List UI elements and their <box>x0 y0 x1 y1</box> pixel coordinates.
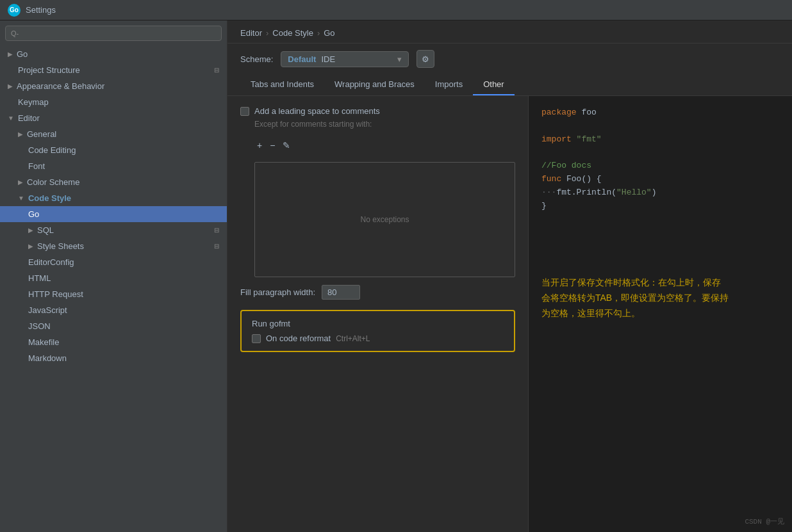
breadcrumb: Editor › Code Style › Go <box>227 20 792 44</box>
code-token: ··· <box>541 188 556 197</box>
sidebar-item-color-scheme[interactable]: ▶Color Scheme <box>0 174 227 190</box>
scheme-dropdown[interactable]: Default IDE ▾ <box>281 51 409 67</box>
sidebar-label-html: HTML <box>28 273 51 283</box>
title-bar: Go Settings <box>0 0 792 20</box>
breadcrumb-sep-2: › <box>317 28 320 38</box>
sidebar-label-code-style: Code Style <box>28 193 71 203</box>
tab-content: Add a leading space to comments Except f… <box>227 96 792 532</box>
edit-exception-button[interactable]: ✎ <box>280 139 293 152</box>
sidebar-item-go-lang[interactable]: Go <box>0 206 227 222</box>
sidebar-label-makefile: Makefile <box>28 337 59 347</box>
dropdown-arrow-icon: ▾ <box>397 54 402 64</box>
add-exception-button[interactable]: + <box>254 139 265 152</box>
add-leading-space-row: Add a leading space to comments <box>240 106 515 116</box>
sidebar-label-keymap: Keymap <box>18 97 49 107</box>
sidebar-item-project-structure[interactable]: Project Structure⊟ <box>0 62 227 78</box>
sidebar-label-appearance-behavior: Appearance & Behavior <box>17 81 104 91</box>
sidebar-item-makefile[interactable]: Makefile <box>0 334 227 350</box>
sidebar-item-editor[interactable]: ▼Editor <box>0 110 227 126</box>
sidebar-label-project-structure: Project Structure <box>18 65 80 75</box>
exceptions-toolbar: + − ✎ <box>254 136 515 154</box>
on-code-reformat-row: On code reformat Ctrl+Alt+L <box>252 334 504 343</box>
code-line: func Foo() { <box>541 173 779 186</box>
sidebar-item-sql[interactable]: ▶SQL⊟ <box>0 222 227 238</box>
sidebar-badge-project-structure: ⊟ <box>214 67 219 74</box>
scheme-default-text: Default <box>288 54 316 64</box>
sidebar-arrow-color-scheme: ▶ <box>18 179 23 186</box>
tab-wrapping-braces[interactable]: Wrapping and Braces <box>324 74 425 95</box>
sidebar-label-color-scheme: Color Scheme <box>27 177 79 187</box>
no-exceptions-label: No exceptions <box>360 215 409 224</box>
sidebar-item-style-sheets[interactable]: ▶Style Sheets⊟ <box>0 238 227 254</box>
sidebar-item-markdown[interactable]: Markdown <box>0 350 227 366</box>
code-token: } <box>541 201 547 211</box>
sidebar-label-general: General <box>27 129 56 139</box>
sidebar-label-json: JSON <box>28 321 51 331</box>
sidebar-item-code-style[interactable]: ▼Code Style <box>0 190 227 206</box>
code-token: //Foo docs <box>541 161 591 170</box>
sidebar: Q- ▶GoProject Structure⊟▶Appearance & Be… <box>0 20 227 532</box>
sidebar-item-appearance-behavior[interactable]: ▶Appearance & Behavior <box>0 78 227 94</box>
code-line <box>541 146 779 159</box>
preview-panel: package foo import "fmt" //Foo docsfunc … <box>529 96 792 532</box>
content-area: Editor › Code Style › Go Scheme: Default… <box>227 20 792 532</box>
fill-width-label: Fill paragraph width: <box>240 287 315 297</box>
breadcrumb-go[interactable]: Go <box>324 28 334 38</box>
on-code-reformat-checkbox[interactable] <box>252 334 261 343</box>
code-line: import "fmt" <box>541 133 779 147</box>
code-preview: package foo import "fmt" //Foo docsfunc … <box>541 106 779 213</box>
gofmt-box: Run gofmt On code reformat Ctrl+Alt+L <box>240 310 515 352</box>
sidebar-label-editor: Editor <box>18 113 40 123</box>
code-line <box>541 120 779 133</box>
add-leading-space-checkbox[interactable] <box>240 107 249 116</box>
scheme-label: Scheme: <box>240 54 273 64</box>
code-line: } <box>541 200 779 213</box>
sidebar-badge-style-sheets: ⊟ <box>214 243 219 250</box>
sidebar-label-http-request: HTTP Request <box>28 289 83 299</box>
on-code-reformat-shortcut: Ctrl+Alt+L <box>336 334 370 343</box>
sidebar-item-json[interactable]: JSON <box>0 318 227 334</box>
gofmt-title: Run gofmt <box>252 319 504 328</box>
sidebar-label-sql: SQL <box>37 225 54 235</box>
annotation-bubble: 当开启了保存文件时格式化：在勾上时，保存 会将空格转为TAB，即使设置为空格了。… <box>541 275 729 321</box>
code-token: package <box>541 108 577 117</box>
fill-width-row: Fill paragraph width: <box>240 285 515 300</box>
breadcrumb-codestyle[interactable]: Code Style <box>272 28 313 38</box>
watermark: CSDN @一见 <box>745 517 784 528</box>
sidebar-item-general[interactable]: ▶General <box>0 126 227 142</box>
tab-other[interactable]: Other <box>473 74 515 95</box>
sidebar-item-code-editing[interactable]: Code Editing <box>0 142 227 158</box>
sidebar-arrow-general: ▶ <box>18 131 23 138</box>
settings-panel: Add a leading space to comments Except f… <box>227 96 529 532</box>
code-line: ···fmt.Println("Hello") <box>541 186 779 200</box>
sidebar-item-go[interactable]: ▶Go <box>0 46 227 62</box>
code-token: "fmt" <box>572 134 602 144</box>
scheme-gear-button[interactable]: ⚙ <box>417 50 434 68</box>
sidebar-item-font[interactable]: Font <box>0 158 227 174</box>
code-token: Foo() { <box>561 174 601 184</box>
code-token: import <box>541 134 572 144</box>
breadcrumb-editor[interactable]: Editor <box>240 28 262 38</box>
sidebar-label-editorconfig: EditorConfig <box>28 257 74 267</box>
tab-tabs-indents[interactable]: Tabs and Indents <box>240 74 324 95</box>
search-input[interactable] <box>22 29 216 38</box>
sidebar-item-editorconfig[interactable]: EditorConfig <box>0 254 227 270</box>
fill-width-input[interactable] <box>322 285 360 300</box>
search-box[interactable]: Q- <box>5 26 222 41</box>
sidebar-arrow-go: ▶ <box>8 51 13 58</box>
sidebar-item-html[interactable]: HTML <box>0 270 227 286</box>
sidebar-item-http-request[interactable]: HTTP Request <box>0 286 227 302</box>
remove-exception-button[interactable]: − <box>267 139 277 152</box>
code-token: func <box>541 174 561 184</box>
tab-imports[interactable]: Imports <box>425 74 473 95</box>
sidebar-label-go-lang: Go <box>28 209 39 219</box>
sidebar-arrow-appearance-behavior: ▶ <box>8 83 13 90</box>
sidebar-arrow-style-sheets: ▶ <box>28 243 33 250</box>
sidebar-item-javascript[interactable]: JavaScript <box>0 302 227 318</box>
sidebar-item-keymap[interactable]: Keymap <box>0 94 227 110</box>
sidebar-items-container: ▶GoProject Structure⊟▶Appearance & Behav… <box>0 46 227 366</box>
scheme-ide-text: IDE <box>321 54 335 64</box>
sidebar-arrow-sql: ▶ <box>28 227 33 234</box>
sidebar-label-style-sheets: Style Sheets <box>37 241 84 251</box>
sidebar-arrow-editor: ▼ <box>8 115 14 122</box>
